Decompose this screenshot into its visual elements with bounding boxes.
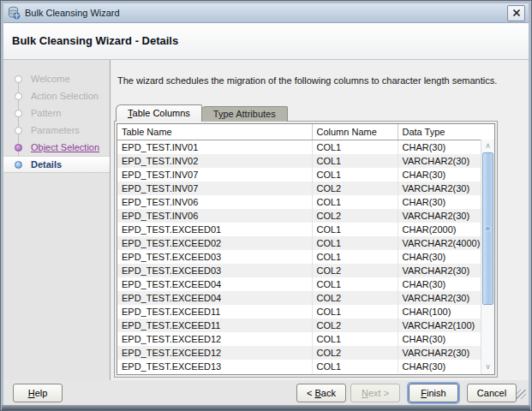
column-header-data-type[interactable]: Data Type bbox=[398, 124, 481, 140]
table-cell: VARCHAR2(30) bbox=[398, 291, 481, 305]
table-row[interactable]: EPD_TEST.INV06COL2VARCHAR2(30) bbox=[117, 209, 481, 223]
wizard-step-action-selection: Action Selection bbox=[3, 87, 110, 104]
scrollbar-thumb[interactable] bbox=[482, 152, 493, 305]
step-bullet-icon bbox=[15, 92, 22, 100]
column-header-table-name[interactable]: Table Name bbox=[117, 124, 312, 140]
columns-table: Table NameColumn NameData Type EPD_TEST.… bbox=[117, 124, 481, 373]
table-cell: COL2 bbox=[312, 291, 398, 305]
bulk-cleansing-wizard-dialog: Bulk Cleansing Wizard Bulk Cleansing Wiz… bbox=[0, 0, 532, 411]
table-cell: EPD_TEST.EXCEED11 bbox=[117, 319, 312, 332]
table-row[interactable]: EPD_TEST.INV07COL1CHAR(30) bbox=[117, 168, 481, 182]
table-cell: COL2 bbox=[312, 319, 398, 332]
tab-panel: Table NameColumn NameData Type EPD_TEST.… bbox=[114, 121, 498, 378]
table-cell: COL1 bbox=[312, 250, 398, 264]
table-row[interactable]: EPD_TEST.INV06COL1CHAR(30) bbox=[117, 195, 481, 209]
table-row[interactable]: EPD_TEST.EXCEED11COL2VARCHAR2(100) bbox=[117, 319, 481, 332]
table-cell: EPD_TEST.INV07 bbox=[117, 182, 312, 195]
table-cell: EPD_TEST.EXCEED03 bbox=[117, 250, 312, 264]
table-cell: CHAR(30) bbox=[398, 277, 481, 291]
wizard-step-details[interactable]: Details bbox=[3, 156, 110, 173]
scroll-down-icon[interactable]: ∨ bbox=[481, 360, 494, 373]
wizard-step-object-selection[interactable]: Object Selection bbox=[3, 139, 110, 156]
table-cell: CHAR(30) bbox=[398, 250, 481, 264]
vertical-scrollbar[interactable]: ∧ ∨ bbox=[481, 140, 494, 374]
table-header: Table NameColumn NameData Type bbox=[117, 124, 481, 140]
table-cell: VARCHAR2(100) bbox=[398, 319, 481, 332]
columns-table-container: Table NameColumn NameData Type EPD_TEST.… bbox=[117, 123, 495, 375]
tab-bar: Table Columns Type Attributes bbox=[116, 104, 288, 122]
table-row[interactable]: EPD_TEST.EXCEED04COL1CHAR(30) bbox=[117, 277, 481, 291]
table-row[interactable]: EPD_TEST.EXCEED01COL1CHAR(2000) bbox=[117, 223, 481, 236]
wizard-step-label: Pattern bbox=[31, 108, 61, 118]
table-cell: CHAR(2000) bbox=[398, 223, 481, 236]
window-title: Bulk Cleansing Wizard bbox=[25, 8, 507, 18]
help-button[interactable]: Help bbox=[13, 384, 63, 402]
back-button[interactable]: < Back bbox=[296, 384, 346, 402]
wizard-step-welcome: Welcome bbox=[3, 70, 110, 87]
step-bullet-icon bbox=[15, 144, 22, 152]
database-icon bbox=[7, 6, 21, 20]
close-button[interactable] bbox=[507, 5, 525, 21]
table-row[interactable]: EPD_TEST.INV02COL1VARCHAR2(30) bbox=[117, 154, 481, 168]
table-cell: COL2 bbox=[312, 346, 398, 360]
table-cell: CHAR(30) bbox=[398, 195, 481, 209]
table-row[interactable]: EPD_TEST.EXCEED13COL1CHAR(30) bbox=[117, 360, 481, 373]
scroll-up-icon[interactable]: ∧ bbox=[481, 140, 494, 152]
description-text: The wizard schedules the migration of th… bbox=[117, 75, 497, 86]
table-cell: COL1 bbox=[312, 332, 398, 346]
table-cell: EPD_TEST.EXCEED04 bbox=[117, 277, 312, 291]
table-row[interactable]: EPD_TEST.EXCEED12COL2VARCHAR2(30) bbox=[117, 346, 481, 360]
page-title: Bulk Cleansing Wizard - Details bbox=[12, 34, 178, 47]
table-cell: EPD_TEST.EXCEED02 bbox=[117, 236, 312, 250]
table-row[interactable]: EPD_TEST.EXCEED02COL1VARCHAR2(4000) bbox=[117, 236, 481, 250]
table-cell: VARCHAR2(30) bbox=[398, 209, 481, 223]
step-bullet-icon bbox=[15, 161, 22, 169]
table-cell: COL2 bbox=[312, 209, 398, 223]
dialog-body: Welcome Action Selection Pattern Paramet… bbox=[3, 60, 529, 380]
table-row[interactable]: EPD_TEST.EXCEED12COL1CHAR(30) bbox=[117, 332, 481, 346]
table-cell: COL1 bbox=[312, 223, 398, 236]
close-icon bbox=[512, 9, 521, 17]
table-cell: CHAR(30) bbox=[398, 332, 481, 346]
wizard-header: Bulk Cleansing Wizard - Details bbox=[3, 23, 529, 60]
tab-type-attributes[interactable]: Type Attributes bbox=[201, 106, 288, 122]
table-cell: CHAR(30) bbox=[398, 140, 481, 154]
next-button[interactable]: Next > bbox=[350, 384, 400, 402]
table-cell: EPD_TEST.EXCEED01 bbox=[117, 223, 312, 236]
table-cell: CHAR(100) bbox=[398, 305, 481, 319]
titlebar[interactable]: Bulk Cleansing Wizard bbox=[3, 3, 529, 23]
table-cell: EPD_TEST.EXCEED04 bbox=[117, 291, 312, 305]
resize-grip[interactable] bbox=[517, 390, 526, 399]
table-row[interactable]: EPD_TEST.INV01COL1CHAR(30) bbox=[117, 140, 481, 154]
table-cell: EPD_TEST.INV01 bbox=[117, 140, 312, 154]
table-cell: VARCHAR2(30) bbox=[398, 154, 481, 168]
table-cell: COL1 bbox=[312, 154, 398, 168]
table-cell: COL1 bbox=[312, 195, 398, 209]
table-cell: EPD_TEST.INV07 bbox=[117, 168, 312, 182]
column-header-column-name[interactable]: Column Name bbox=[312, 124, 398, 140]
table-cell: EPD_TEST.INV02 bbox=[117, 154, 312, 168]
table-row[interactable]: EPD_TEST.EXCEED03COL1CHAR(30) bbox=[117, 250, 481, 264]
finish-button[interactable]: Finish bbox=[409, 384, 458, 402]
table-cell: EPD_TEST.INV06 bbox=[117, 209, 312, 223]
table-cell: VARCHAR2(30) bbox=[398, 264, 481, 277]
table-cell: VARCHAR2(30) bbox=[398, 182, 481, 195]
table-cell: EPD_TEST.INV06 bbox=[117, 195, 312, 209]
wizard-step-pattern: Pattern bbox=[3, 104, 110, 122]
cancel-button[interactable]: Cancel bbox=[467, 384, 517, 402]
tab-table-columns[interactable]: Table Columns bbox=[116, 104, 202, 122]
table-row[interactable]: EPD_TEST.EXCEED11COL1CHAR(100) bbox=[117, 305, 481, 319]
table-cell: COL1 bbox=[312, 236, 398, 250]
wizard-step-label: Object Selection bbox=[31, 142, 99, 152]
table-cell: COL1 bbox=[312, 140, 398, 154]
table-cell: CHAR(30) bbox=[398, 168, 481, 182]
table-row[interactable]: EPD_TEST.EXCEED03COL2VARCHAR2(30) bbox=[117, 264, 481, 277]
table-cell: CHAR(30) bbox=[398, 360, 481, 373]
table-cell: EPD_TEST.EXCEED03 bbox=[117, 264, 312, 277]
table-row[interactable]: EPD_TEST.INV07COL2VARCHAR2(30) bbox=[117, 182, 481, 195]
table-cell: EPD_TEST.EXCEED12 bbox=[117, 332, 312, 346]
table-cell: VARCHAR2(4000) bbox=[398, 236, 481, 250]
step-bullet-icon bbox=[15, 75, 22, 83]
table-row[interactable]: EPD_TEST.EXCEED04COL2VARCHAR2(30) bbox=[117, 291, 481, 305]
wizard-step-label: Details bbox=[31, 159, 62, 170]
